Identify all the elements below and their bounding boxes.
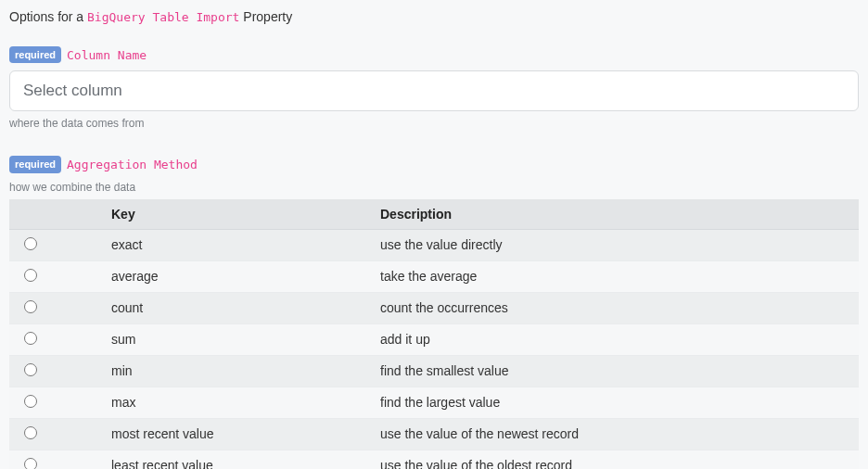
table-row: least recent valueuse the value of the o… [9,450,859,469]
aggregation-radio[interactable] [24,395,37,408]
required-badge: required [9,46,61,63]
table-row: minfind the smallest value [9,355,859,387]
column-select-placeholder: Select column [23,82,122,100]
aggregation-key: least recent value [102,450,371,469]
aggregation-description: use the value of the oldest record [371,450,859,469]
required-badge: required [9,156,61,172]
aggregation-radio[interactable] [24,269,37,282]
aggregation-table: Key Description exactuse the value direc… [9,199,859,469]
aggregation-key: min [102,355,371,387]
table-row: sumadd it up [9,323,859,355]
radio-cell [9,229,102,260]
title-suffix: Property [239,9,292,24]
aggregation-key: exact [102,229,371,260]
aggregation-help-text: how we combine the data [9,181,859,194]
aggregation-key: average [102,260,371,292]
table-row: maxfind the largest value [9,387,859,418]
aggregation-radio[interactable] [24,300,37,313]
aggregation-key: count [102,292,371,323]
page-title: Options for a BigQuery Table Import Prop… [9,9,859,24]
radio-cell [9,355,102,387]
radio-cell [9,387,102,418]
radio-cell [9,260,102,292]
aggregation-label: Aggregation Method [67,158,198,171]
aggregation-description: count the occurrences [371,292,859,323]
aggregation-description: find the smallest value [371,355,859,387]
table-row: exactuse the value directly [9,229,859,260]
radio-cell [9,450,102,469]
aggregation-description: take the average [371,260,859,292]
aggregation-key: max [102,387,371,418]
aggregation-key: most recent value [102,418,371,450]
radio-cell [9,418,102,450]
column-name-label: Column Name [67,48,147,62]
aggregation-description: use the value directly [371,229,859,260]
radio-cell [9,323,102,355]
column-help-text: where the data comes from [9,117,859,130]
table-row: countcount the occurrences [9,292,859,323]
aggregation-radio[interactable] [24,458,37,469]
aggregation-description: use the value of the newest record [371,418,859,450]
aggregation-key: sum [102,323,371,355]
aggregation-description: find the largest value [371,387,859,418]
aggregation-description: add it up [371,323,859,355]
col-header-radio [9,199,102,230]
source-name: BigQuery Table Import [87,10,239,24]
aggregation-radio[interactable] [24,363,37,376]
title-prefix: Options for a [9,9,87,24]
col-header-key: Key [102,199,371,230]
table-row: most recent valueuse the value of the ne… [9,418,859,450]
aggregation-radio[interactable] [24,332,37,345]
col-header-description: Description [371,199,859,230]
table-row: averagetake the average [9,260,859,292]
aggregation-radio[interactable] [24,237,37,250]
aggregation-radio[interactable] [24,426,37,439]
radio-cell [9,292,102,323]
aggregation-label-row: required Aggregation Method [9,156,859,172]
column-name-label-row: required Column Name [9,46,859,63]
column-select[interactable]: Select column [9,70,859,111]
